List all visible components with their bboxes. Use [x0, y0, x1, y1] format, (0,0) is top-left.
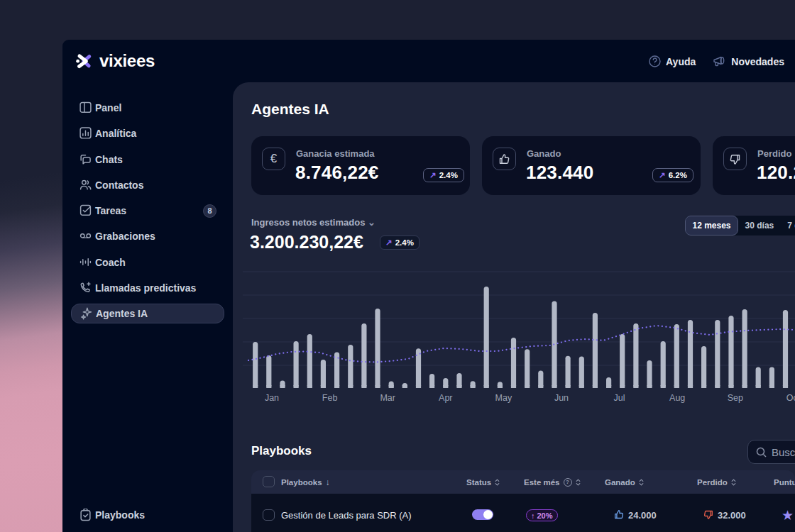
svg-text:Sep: Sep [728, 393, 743, 403]
svg-text:Feb: Feb [322, 393, 338, 403]
svg-text:Mar: Mar [380, 393, 395, 403]
svg-text:Aug: Aug [669, 393, 685, 403]
svg-text:May: May [495, 393, 512, 403]
svg-text:Oct: Oct [786, 393, 795, 403]
svg-text:Apr: Apr [439, 393, 452, 403]
svg-text:Jul: Jul [614, 393, 625, 403]
svg-text:Jan: Jan [265, 393, 279, 403]
svg-text:Jun: Jun [554, 393, 569, 403]
